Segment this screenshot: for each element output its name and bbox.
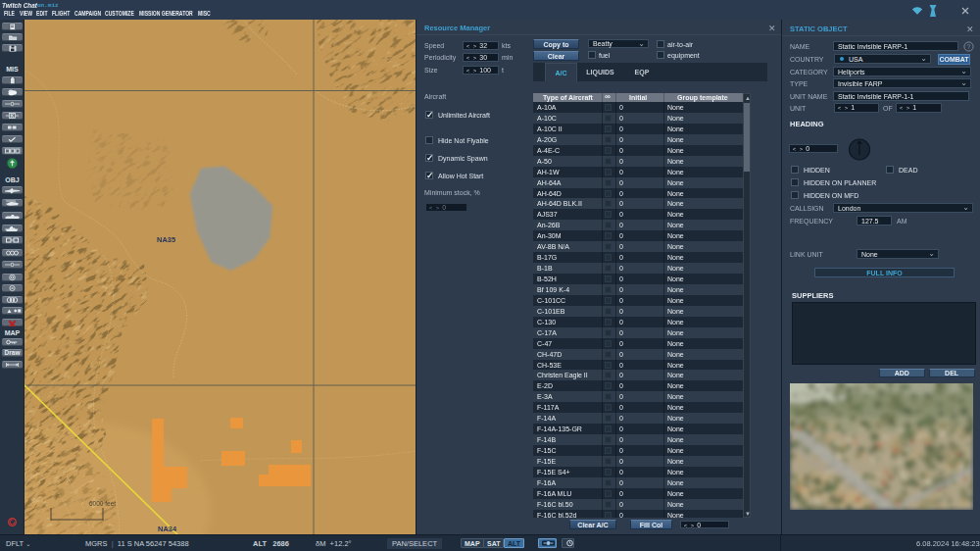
svg-text:6000 feet: 6000 feet [89,500,116,507]
svg-text:NA35: NA35 [157,235,175,244]
svg-text:?: ? [967,43,971,50]
svg-text:NA34: NA34 [158,525,177,533]
svg-text:K: K [11,113,15,119]
